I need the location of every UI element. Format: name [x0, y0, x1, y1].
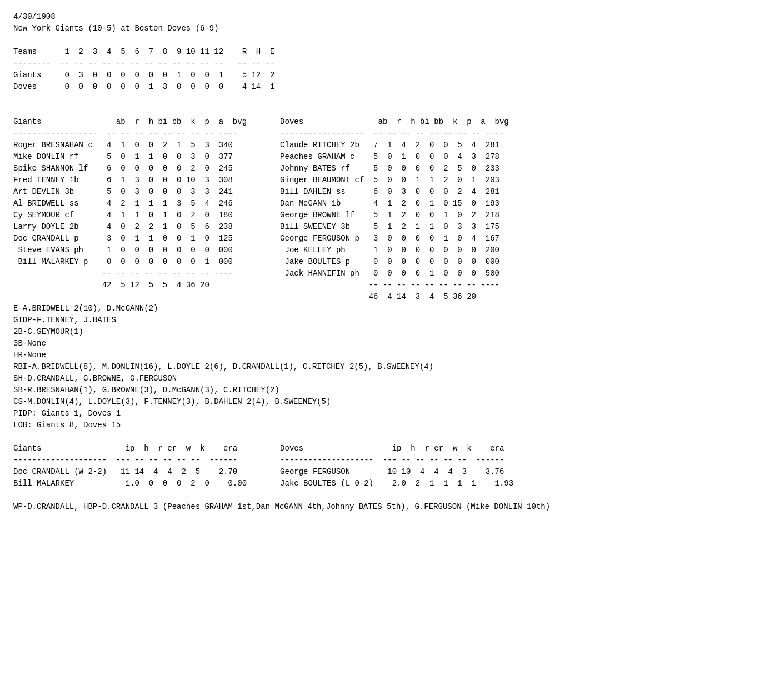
linescore-doves: Doves 0 0 0 0 0 0 1 3 0 0 0 0 4 14 1 [13, 81, 757, 93]
note-line: LOB: Giants 8, Doves 15 [13, 419, 757, 431]
batting-row: Doc CRANDALL p 3 0 1 1 0 0 1 0 125 [13, 233, 247, 244]
batting-row: Jack HANNIFIN ph 0 0 0 0 1 0 0 0 500 [280, 268, 509, 279]
batting-row: Ginger BEAUMONT cf 5 0 0 1 1 2 0 1 203 [280, 174, 509, 186]
pitching-giants: Giants ip h r er w k era ---------------… [13, 443, 247, 489]
batting-doves-rows: Claude RITCHEY 2b 7 1 4 2 0 0 5 4 281Pea… [280, 139, 509, 279]
batting-row: Fred TENNEY 1b 6 1 3 0 0 0 10 3 308 [13, 174, 247, 186]
scorebox: 4/30/1908 New York Giants (10-5) at Bost… [13, 11, 757, 513]
batting-row: Bill MALARKEY p 0 0 0 0 0 0 0 1 000 [13, 256, 247, 268]
pitching-header-giants: Giants ip h r er w k era [13, 443, 247, 454]
pitching-row: Jake BOULTES (L 0-2) 2.0 2 1 1 1 1 1.93 [280, 478, 513, 489]
note-line: PIDP: Giants 1, Doves 1 [13, 408, 757, 419]
note-line: SB-R.BRESNAHAN(1), G.BROWNE(3), D.McGANN… [13, 384, 757, 396]
batting-row: Jake BOULTES p 0 0 0 0 0 0 0 0 000 [280, 256, 509, 268]
date-line: 4/30/1908 [13, 11, 757, 23]
batting-row: Roger BRESNAHAN c 4 1 0 0 2 1 5 3 340 [13, 139, 247, 151]
batting-row: Bill DAHLEN ss 6 0 3 0 0 0 2 4 281 [280, 186, 509, 198]
note-line: RBI-A.BRIDWELL(8), M.DONLIN(16), L.DOYLE… [13, 361, 757, 373]
pitching-giants-rows: Doc CRANDALL (W 2-2) 11 14 4 4 2 5 2.70B… [13, 466, 247, 489]
pitching-doves-rows: George FERGUSON 10 10 4 4 4 3 3.76Jake B… [280, 466, 513, 489]
batting-doves: Doves ab r h bi bb k p a bvg -----------… [280, 116, 509, 303]
linescore-giants: Giants 0 3 0 0 0 0 0 0 1 0 0 1 5 12 2 [13, 69, 757, 81]
batting-row: Joe KELLEY ph 1 0 0 0 0 0 0 0 200 [280, 244, 509, 256]
batting-giants-rows: Roger BRESNAHAN c 4 1 0 0 2 1 5 3 340Mik… [13, 139, 247, 268]
pitching-row: Bill MALARKEY 1.0 0 0 0 2 0 0.00 [13, 478, 247, 489]
pitching-header-doves: Doves ip h r er w k era [280, 443, 513, 454]
batting-row: Claude RITCHEY 2b 7 1 4 2 0 0 5 4 281 [280, 139, 509, 151]
footer-line: WP-D.CRANDALL, HBP-D.CRANDALL 3 (Peaches… [13, 501, 757, 513]
batting-row: Peaches GRAHAM c 5 0 1 0 0 0 4 3 278 [280, 151, 509, 163]
note-line: E-A.BRIDWELL 2(10), D.McGANN(2) [13, 303, 757, 314]
batting-totals-sep-doves: -- -- -- -- -- -- -- -- ---- [280, 279, 509, 291]
batting-row: Spike SHANNON lf 6 0 0 0 0 0 2 0 245 [13, 163, 247, 174]
batting-row: Johnny BATES rf 5 0 0 0 0 2 5 0 233 [280, 163, 509, 174]
batting-row: George BROWNE lf 5 1 2 0 0 1 0 2 218 [280, 209, 509, 221]
pitching-row: George FERGUSON 10 10 4 4 4 3 3.76 [280, 466, 513, 478]
note-line: 2B-C.SEYMOUR(1) [13, 326, 757, 338]
matchup-line: New York Giants (10-5) at Boston Doves (… [13, 23, 757, 34]
batting-giants: Giants ab r h bi bb k p a bvg ----------… [13, 116, 247, 291]
batting-totals-doves: 46 4 14 3 4 5 36 20 [280, 291, 509, 303]
batting-row: Dan McGANN 1b 4 1 2 0 1 0 15 0 193 [280, 198, 509, 209]
batting-totals-sep-giants: -- -- -- -- -- -- -- -- ---- [13, 268, 247, 279]
batting-header-giants: Giants ab r h bi bb k p a bvg [13, 116, 247, 128]
batting-row: Bill SWEENEY 3b 5 1 2 1 1 0 3 3 175 [280, 221, 509, 233]
linescore-header: Teams 1 2 3 4 5 6 7 8 9 10 11 12 R H E [13, 46, 757, 58]
pitching-row: Doc CRANDALL (W 2-2) 11 14 4 4 2 5 2.70 [13, 466, 247, 478]
batting-row: Mike DONLIN rf 5 0 1 1 0 0 3 0 377 [13, 151, 247, 163]
batting-row: Cy SEYMOUR cf 4 1 1 0 1 0 2 0 180 [13, 209, 247, 221]
note-line: HR-None [13, 349, 757, 361]
note-line: CS-M.DONLIN(4), L.DOYLE(3), F.TENNEY(3),… [13, 396, 757, 408]
batting-sep-giants: ------------------ -- -- -- -- -- -- -- … [13, 128, 247, 139]
batting-row: Al BRIDWELL ss 4 2 1 1 1 3 5 4 246 [13, 198, 247, 209]
batting-row: Steve EVANS ph 1 0 0 0 0 0 0 0 000 [13, 244, 247, 256]
batting-header-doves: Doves ab r h bi bb k p a bvg [280, 116, 509, 128]
notes-block: E-A.BRIDWELL 2(10), D.McGANN(2)GIDP-F.TE… [13, 303, 757, 431]
note-line: GIDP-F.TENNEY, J.BATES [13, 314, 757, 326]
batting-row: Larry DOYLE 2b 4 0 2 2 1 0 5 6 238 [13, 221, 247, 233]
pitching-doves: Doves ip h r er w k era ----------------… [280, 443, 513, 489]
note-line: SH-D.CRANDALL, G.BROWNE, G.FERGUSON [13, 373, 757, 384]
pitching-sep-giants: -------------------- --- -- -- -- -- -- … [13, 454, 247, 466]
batting-sep-doves: ------------------ -- -- -- -- -- -- -- … [280, 128, 509, 139]
note-line: 3B-None [13, 338, 757, 349]
batting-row: Art DEVLIN 3b 5 0 3 0 0 0 3 3 241 [13, 186, 247, 198]
linescore-sep: -------- -- -- -- -- -- -- -- -- -- -- -… [13, 58, 757, 69]
batting-totals-giants: 42 5 12 5 5 4 36 20 [13, 279, 247, 291]
pitching-sep-doves: -------------------- --- -- -- -- -- -- … [280, 454, 513, 466]
batting-row: George FERGUSON p 3 0 0 0 0 1 0 4 167 [280, 233, 509, 244]
